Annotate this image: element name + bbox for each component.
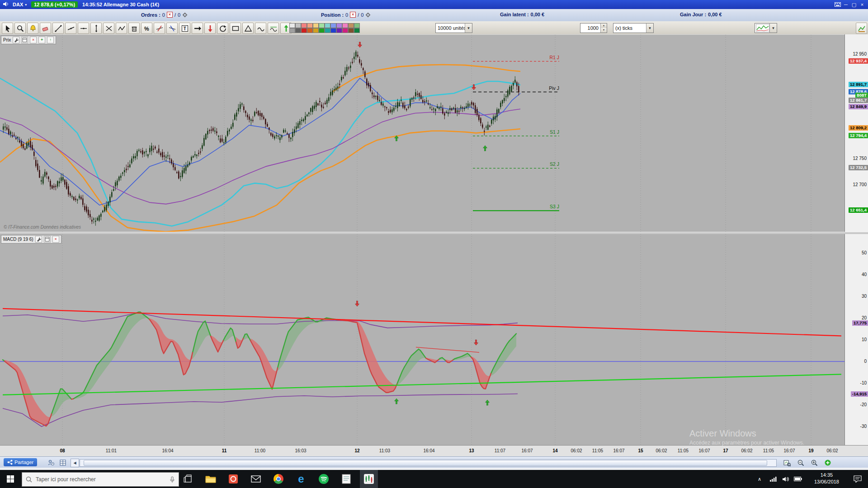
- tool-strike-tool[interactable]: [154, 23, 165, 34]
- instrument-dropdown-icon[interactable]: ▾: [25, 3, 27, 7]
- report-grid-icon[interactable]: [59, 459, 66, 466]
- palette-color[interactable]: [342, 28, 348, 33]
- horizontal-scrollbar[interactable]: [80, 459, 777, 467]
- zoom-out-icon[interactable]: [797, 459, 804, 466]
- tool-pointer[interactable]: [2, 23, 13, 34]
- tray-network-icon[interactable]: [768, 470, 778, 488]
- maximize-button[interactable]: ▢: [850, 1, 858, 8]
- keyboard-icon[interactable]: [834, 1, 842, 8]
- tool-text-tool[interactable]: T: [179, 23, 190, 34]
- palette-color[interactable]: [319, 23, 325, 28]
- taskbar-clock[interactable]: 14:35 13/06/2018: [814, 472, 839, 485]
- tray-volume-icon[interactable]: [780, 470, 791, 488]
- scrollbar-thumb[interactable]: [84, 460, 767, 466]
- tool-percent-pointer[interactable]: %: [141, 23, 152, 34]
- tool-trend-line[interactable]: [52, 23, 64, 34]
- tool-arrow-right[interactable]: [192, 23, 203, 34]
- start-button[interactable]: [0, 470, 21, 488]
- palette-color[interactable]: [348, 23, 354, 28]
- app-icon-photos[interactable]: [224, 470, 242, 488]
- minimize-button[interactable]: ─: [842, 1, 850, 8]
- price-chart-panel[interactable]: R1 JPiv JS1 JS2 JS3 J Prix × + ↑ © IT-Fi…: [0, 34, 844, 232]
- price-panel-add-icon[interactable]: +: [38, 37, 45, 43]
- share-button[interactable]: Partager: [4, 458, 37, 466]
- price-panel-up-icon[interactable]: ↑: [47, 37, 54, 43]
- app-icon-chrome[interactable]: [269, 470, 288, 488]
- tray-chevron-icon[interactable]: ∧: [754, 470, 765, 488]
- tool-wave-cross-tool[interactable]: [268, 23, 279, 34]
- palette-color[interactable]: [313, 23, 319, 28]
- app-icon-mail[interactable]: [247, 470, 265, 488]
- tool-eraser[interactable]: [40, 23, 51, 34]
- macd-axis[interactable]: 50403020100-10-20-3017,775-14,915: [844, 234, 868, 445]
- instrument-name[interactable]: DAX: [13, 2, 23, 7]
- palette-color[interactable]: [325, 28, 330, 33]
- price-panel-window-icon[interactable]: [21, 37, 28, 43]
- units-select[interactable]: 10000 unités ▼: [435, 23, 472, 33]
- palette-color[interactable]: [295, 28, 301, 33]
- price-axis[interactable]: 12 95012 75012 70012 937,412 891,712 878…: [844, 34, 868, 232]
- app-icon-edge[interactable]: e: [292, 470, 310, 488]
- price-settings-wrench-icon[interactable]: [13, 37, 19, 43]
- tool-horizontal-line[interactable]: [78, 23, 89, 34]
- palette-color[interactable]: [289, 28, 295, 33]
- position-settings-icon[interactable]: [365, 12, 371, 18]
- tray-battery-icon[interactable]: [792, 470, 804, 488]
- fit-chart-icon[interactable]: [783, 459, 791, 466]
- palette-color[interactable]: [295, 23, 301, 28]
- palette-color[interactable]: [354, 28, 360, 33]
- macd-chart[interactable]: [0, 234, 844, 445]
- tool-rotate[interactable]: [217, 23, 228, 34]
- palette-color[interactable]: [342, 23, 348, 28]
- palette-color[interactable]: [301, 23, 307, 28]
- close-button[interactable]: ×: [858, 1, 866, 8]
- chart-style-arrow-icon[interactable]: ▼: [769, 23, 777, 33]
- macd-chart-panel[interactable]: MACD (9 19 6) ×: [0, 234, 844, 445]
- palette-color[interactable]: [301, 28, 307, 33]
- palette-color[interactable]: [348, 28, 354, 33]
- app-icon-trading-active[interactable]: [360, 470, 378, 488]
- palette-color[interactable]: [289, 23, 295, 28]
- price-panel-close-icon[interactable]: ×: [30, 37, 37, 43]
- taskbar-search-input[interactable]: Taper ici pour rechercher: [22, 472, 179, 487]
- cancel-orders-icon[interactable]: ×: [167, 12, 173, 18]
- palette-color[interactable]: [319, 28, 325, 33]
- palette-color[interactable]: [307, 28, 313, 33]
- macd-panel-close-icon[interactable]: ×: [52, 236, 59, 243]
- palette-color[interactable]: [313, 28, 319, 33]
- tool-rectangle[interactable]: [230, 23, 241, 34]
- zoom-in-icon[interactable]: [810, 459, 818, 466]
- sound-icon[interactable]: [3, 1, 9, 8]
- ticks-mode-arrow-icon[interactable]: ▼: [646, 23, 653, 33]
- units-select-arrow-icon[interactable]: ▼: [465, 23, 472, 33]
- tool-arrow-down-red[interactable]: [204, 23, 216, 34]
- toolbar-overflow-icon[interactable]: [856, 23, 867, 34]
- palette-color[interactable]: [336, 23, 342, 28]
- user-history-icon[interactable]: [47, 459, 55, 466]
- price-chart[interactable]: R1 JPiv JS1 JS2 JS3 J: [0, 35, 844, 232]
- tool-strike-tool-2[interactable]: [166, 23, 178, 34]
- orders-settings-icon[interactable]: [182, 12, 188, 18]
- tool-vertical-line[interactable]: [90, 23, 102, 34]
- tool-delete-drawings[interactable]: [128, 23, 140, 34]
- tool-zoom[interactable]: [14, 23, 26, 34]
- tool-wave-tool[interactable]: [255, 23, 266, 34]
- tool-cross-line[interactable]: [103, 23, 114, 34]
- notification-center-icon[interactable]: [851, 470, 864, 488]
- close-position-icon[interactable]: ×: [350, 12, 356, 18]
- app-icon-spotify[interactable]: [315, 470, 333, 488]
- ticks-count-input[interactable]: 1000 ▴▾: [580, 23, 607, 33]
- palette-color[interactable]: [325, 23, 330, 28]
- tool-zigzag[interactable]: [116, 23, 127, 34]
- palette-color[interactable]: [330, 28, 336, 33]
- macd-panel-window-icon[interactable]: [44, 236, 51, 243]
- macd-settings-wrench-icon[interactable]: [35, 236, 42, 243]
- add-indicator-icon[interactable]: [824, 459, 831, 466]
- tool-alarm[interactable]: [27, 23, 38, 34]
- tool-triangle[interactable]: [242, 23, 254, 34]
- palette-color[interactable]: [307, 23, 313, 28]
- palette-color[interactable]: [354, 23, 360, 28]
- app-icon-notes[interactable]: [337, 470, 355, 488]
- scroll-left-button[interactable]: ◀: [71, 459, 79, 467]
- microphone-icon[interactable]: [170, 476, 175, 483]
